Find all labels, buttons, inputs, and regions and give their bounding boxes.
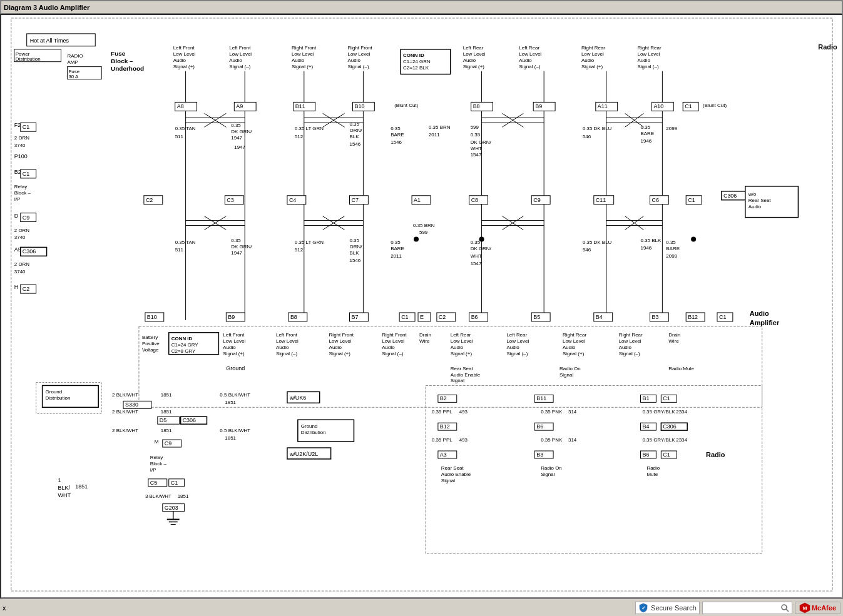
svg-text:Signal (–): Signal (–) xyxy=(638,64,659,69)
diagram-area: Radio Hot at All Times Power Distributio… xyxy=(0,14,843,598)
svg-text:Block –: Block – xyxy=(14,190,31,196)
svg-text:0.35: 0.35 xyxy=(640,124,650,130)
svg-text:B8: B8 xyxy=(290,314,297,320)
svg-text:0.35 DK BLU: 0.35 DK BLU xyxy=(583,126,612,131)
svg-text:C1: C1 xyxy=(688,197,695,203)
svg-text:B2: B2 xyxy=(14,169,21,175)
svg-text:(Blunt Cut): (Blunt Cut) xyxy=(394,103,418,108)
svg-text:C2=12 BLK: C2=12 BLK xyxy=(403,65,429,71)
svg-text:Audio: Audio xyxy=(292,58,305,63)
svg-text:Audio: Audio xyxy=(276,345,289,350)
svg-text:Left Rear: Left Rear xyxy=(519,45,539,51)
mcafee-logo-area[interactable]: M McAfee xyxy=(795,602,840,614)
svg-text:Left Rear: Left Rear xyxy=(451,332,471,338)
close-button[interactable]: x xyxy=(3,604,15,612)
svg-text:B3: B3 xyxy=(651,314,658,320)
svg-text:1946: 1946 xyxy=(640,138,651,144)
search-input[interactable] xyxy=(705,604,780,612)
title-bar: Diagram 3 Audio Amplifier xyxy=(0,0,843,14)
svg-text:1851: 1851 xyxy=(178,493,189,499)
svg-text:DK GRN/: DK GRN/ xyxy=(471,139,492,145)
svg-text:Low Level: Low Level xyxy=(451,338,473,344)
svg-text:Signal (+): Signal (+) xyxy=(173,64,195,69)
svg-text:Rear Seat: Rear Seat xyxy=(441,465,464,471)
svg-text:Ground: Ground xyxy=(301,423,318,429)
svg-text:0.35 BLK: 0.35 BLK xyxy=(640,238,661,243)
svg-text:0.35 BRN: 0.35 BRN xyxy=(429,124,451,130)
svg-text:D: D xyxy=(14,213,19,219)
svg-text:Right Rear: Right Rear xyxy=(563,332,586,338)
svg-text:Audio: Audio xyxy=(638,58,651,63)
svg-text:Relay: Relay xyxy=(14,184,27,189)
svg-text:B10: B10 xyxy=(354,103,364,109)
svg-text:C7: C7 xyxy=(351,197,358,203)
svg-text:C1=24 GRN: C1=24 GRN xyxy=(403,59,431,64)
svg-text:0.35 TAN: 0.35 TAN xyxy=(175,126,196,131)
svg-text:Radio On: Radio On xyxy=(541,465,562,471)
svg-text:WHT: WHT xyxy=(471,146,482,151)
svg-text:1947: 1947 xyxy=(234,144,245,150)
svg-line-396 xyxy=(786,609,789,612)
svg-text:Low Level: Low Level xyxy=(463,51,486,57)
svg-text:Audio: Audio xyxy=(223,345,236,350)
svg-text:314: 314 xyxy=(568,409,577,415)
svg-text:2 ORN: 2 ORN xyxy=(14,261,30,267)
svg-text:Left Rear: Left Rear xyxy=(506,332,527,338)
svg-text:C4: C4 xyxy=(289,197,296,203)
svg-text:C1: C1 xyxy=(401,314,408,320)
svg-text:Radio On: Radio On xyxy=(559,366,581,371)
svg-text:2099: 2099 xyxy=(666,253,677,259)
svg-text:Right Front: Right Front xyxy=(348,45,373,51)
svg-text:Left Front: Left Front xyxy=(173,45,195,51)
svg-text:A3: A3 xyxy=(440,452,447,458)
svg-text:Radio: Radio xyxy=(818,43,837,51)
svg-text:C1: C1 xyxy=(685,103,692,109)
svg-text:Audio: Audio xyxy=(750,310,769,317)
svg-text:599: 599 xyxy=(471,124,479,130)
svg-text:0.35: 0.35 xyxy=(471,240,481,245)
secure-search-area[interactable]: ✓ Secure Search xyxy=(635,602,700,614)
svg-text:Left Front: Left Front xyxy=(229,45,251,51)
svg-text:Signal (+): Signal (+) xyxy=(563,351,585,356)
svg-text:Audio: Audio xyxy=(348,58,361,63)
svg-text:Amplifier: Amplifier xyxy=(750,319,780,326)
svg-text:314: 314 xyxy=(568,437,577,443)
svg-text:H: H xyxy=(14,284,18,290)
svg-text:1851: 1851 xyxy=(75,483,88,490)
svg-text:Battery: Battery xyxy=(142,335,158,340)
svg-text:Audio: Audio xyxy=(229,58,242,63)
svg-text:Audio Enable: Audio Enable xyxy=(451,372,481,378)
svg-text:DK GRN/: DK GRN/ xyxy=(471,246,492,251)
svg-text:2 BLK/WHT: 2 BLK/WHT xyxy=(112,392,138,398)
window-title: Diagram 3 Audio Amplifier xyxy=(4,4,89,11)
svg-text:Low Level: Low Level xyxy=(563,338,585,344)
svg-text:Left Rear: Left Rear xyxy=(463,45,484,51)
svg-text:B3: B3 xyxy=(536,452,543,458)
status-bar: x ✓ Secure Search M McAfee xyxy=(0,598,843,616)
svg-text:Right Front: Right Front xyxy=(292,45,317,51)
svg-point-138 xyxy=(691,236,696,241)
svg-text:C1: C1 xyxy=(171,480,178,486)
svg-text:493: 493 xyxy=(459,437,468,443)
svg-text:I/P: I/P xyxy=(150,467,156,473)
shield-icon: ✓ xyxy=(638,603,648,613)
svg-text:2099: 2099 xyxy=(666,126,677,131)
svg-text:C9: C9 xyxy=(165,440,171,447)
svg-text:B4: B4 xyxy=(596,314,603,320)
svg-point-136 xyxy=(414,236,419,241)
svg-text:2 ORN: 2 ORN xyxy=(14,135,30,141)
svg-text:Signal: Signal xyxy=(559,372,573,378)
svg-text:C3: C3 xyxy=(227,197,233,203)
svg-text:C2: C2 xyxy=(146,197,153,203)
svg-text:Distribution: Distribution xyxy=(46,395,71,401)
svg-text:Radio: Radio xyxy=(706,451,725,458)
svg-text:I/P: I/P xyxy=(14,196,21,202)
svg-text:0.35 PPL: 0.35 PPL xyxy=(432,409,452,415)
svg-text:B6: B6 xyxy=(536,423,543,430)
svg-text:3740: 3740 xyxy=(14,143,26,148)
search-icon[interactable] xyxy=(780,603,789,612)
svg-text:(Blunt Cut): (Blunt Cut) xyxy=(703,103,727,108)
svg-text:C1: C1 xyxy=(23,124,29,130)
svg-text:0.35 GRY/BLK: 0.35 GRY/BLK xyxy=(642,409,675,415)
svg-text:Right Rear: Right Rear xyxy=(619,332,643,338)
